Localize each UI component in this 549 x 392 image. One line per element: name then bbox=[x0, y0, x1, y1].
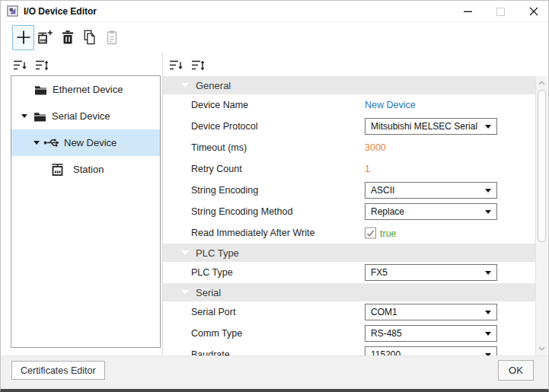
tree-item-serial-device[interactable]: Serial Device bbox=[11, 103, 160, 129]
property-label: Baudrate bbox=[191, 349, 230, 355]
maximize-icon bbox=[496, 8, 505, 16]
property-row: Timeout (ms) 3000 bbox=[163, 137, 536, 158]
collapse-all-button[interactable] bbox=[168, 59, 184, 72]
expand-all-icon bbox=[35, 59, 49, 72]
property-grid: General Device Name New Device Device Pr… bbox=[163, 76, 536, 355]
paste-icon bbox=[104, 30, 120, 45]
device-tree: Ethernet Device Serial Device bbox=[11, 75, 161, 348]
dropdown-value: 115200 bbox=[371, 349, 401, 355]
dropdown-value: COM1 bbox=[371, 307, 397, 317]
string-encoding-method-dropdown[interactable]: Replace bbox=[365, 203, 497, 220]
device-name-value[interactable]: New Device bbox=[365, 100, 416, 110]
collapse-all-button[interactable] bbox=[11, 59, 28, 72]
caret-down-icon[interactable] bbox=[21, 114, 27, 118]
dropdown-value: FX5 bbox=[371, 267, 388, 278]
scrollbar-thumb[interactable] bbox=[538, 90, 546, 242]
property-label: Serial Port bbox=[191, 307, 235, 317]
device-protocol-dropdown[interactable]: Mitsubishi MELSEC Serial bbox=[365, 118, 497, 135]
certificates-editor-button[interactable]: Certificates Editor bbox=[11, 361, 105, 380]
folder-icon bbox=[34, 111, 46, 122]
chevron-down-icon bbox=[485, 189, 491, 193]
tree-item-label: Ethernet Device bbox=[53, 84, 123, 95]
property-row: String Encoding Method Replace bbox=[163, 201, 536, 222]
main-toolbar bbox=[1, 22, 548, 53]
chevron-up-icon bbox=[538, 81, 545, 85]
window-title: I/O Device Editor bbox=[24, 6, 97, 17]
window-controls bbox=[447, 1, 545, 22]
tree-item-new-device[interactable]: New Device bbox=[11, 129, 160, 156]
read-immediately-checkbox[interactable] bbox=[365, 228, 376, 239]
retry-count-value[interactable]: 1 bbox=[365, 164, 370, 174]
main-area: Ethernet Device Serial Device bbox=[1, 53, 548, 355]
property-label: Timeout (ms) bbox=[191, 142, 247, 153]
property-label: Device Protocol bbox=[191, 121, 258, 132]
tree-item-label: Station bbox=[73, 164, 104, 175]
expand-all-button[interactable] bbox=[34, 59, 50, 72]
property-label: PLC Type bbox=[191, 267, 233, 278]
property-row: Serial Port COM1 bbox=[163, 301, 536, 323]
copy-device-button[interactable] bbox=[78, 25, 101, 50]
comm-type-dropdown[interactable]: RS-485 bbox=[365, 325, 497, 342]
add-device-button[interactable] bbox=[12, 25, 34, 50]
baudrate-dropdown[interactable]: 115200 bbox=[365, 346, 497, 355]
io-device-editor-window: I/O Device Editor bbox=[0, 0, 549, 392]
device-tree-panel: Ethernet Device Serial Device bbox=[1, 53, 163, 355]
section-title: General bbox=[196, 80, 231, 91]
caret-down-icon bbox=[181, 83, 189, 88]
app-icon bbox=[7, 5, 18, 17]
serial-port-dropdown[interactable]: COM1 bbox=[365, 304, 497, 320]
ok-button[interactable]: OK bbox=[498, 360, 534, 381]
property-label: String Encoding bbox=[191, 185, 258, 196]
copy-icon bbox=[82, 30, 97, 45]
footer-bar: Certificates Editor OK bbox=[1, 355, 548, 389]
minimize-button[interactable] bbox=[456, 1, 480, 22]
expand-all-button[interactable] bbox=[190, 59, 206, 72]
timeout-value[interactable]: 3000 bbox=[365, 142, 386, 153]
caret-down-icon bbox=[181, 290, 189, 295]
paste-device-button bbox=[101, 25, 123, 50]
property-row: Comm Type RS-485 bbox=[163, 323, 536, 344]
scroll-up-button[interactable] bbox=[536, 78, 547, 88]
section-header-general[interactable]: General bbox=[163, 76, 536, 94]
caret-down-icon[interactable] bbox=[34, 141, 40, 145]
property-label: Read Immediately After Write bbox=[191, 228, 314, 238]
minimize-icon bbox=[464, 11, 472, 13]
station-icon bbox=[50, 163, 65, 176]
tree-item-station[interactable]: Station bbox=[11, 156, 160, 183]
close-icon bbox=[529, 7, 538, 16]
string-encoding-dropdown[interactable]: ASCII bbox=[365, 182, 497, 199]
property-label: Comm Type bbox=[191, 328, 242, 339]
chevron-down-icon bbox=[538, 346, 545, 351]
vertical-scrollbar[interactable] bbox=[535, 76, 547, 355]
property-label: Device Name bbox=[191, 100, 248, 110]
scroll-down-button[interactable] bbox=[536, 343, 547, 354]
titlebar: I/O Device Editor bbox=[1, 1, 548, 22]
dropdown-value: Replace bbox=[371, 206, 404, 217]
add-station-button[interactable] bbox=[34, 25, 56, 50]
property-label: String Encoding Method bbox=[191, 206, 292, 217]
chevron-down-icon bbox=[485, 332, 491, 336]
trash-icon bbox=[60, 30, 75, 45]
folder-icon bbox=[34, 84, 47, 95]
property-row: Retry Count 1 bbox=[163, 158, 536, 180]
section-header-serial[interactable]: Serial bbox=[163, 283, 536, 301]
checkbox-value-label: true bbox=[380, 228, 397, 238]
close-button[interactable] bbox=[522, 1, 545, 22]
chevron-down-icon bbox=[485, 125, 491, 129]
property-row: Baudrate 115200 bbox=[163, 344, 536, 355]
props-panel-tools bbox=[168, 59, 206, 72]
plus-icon bbox=[15, 29, 32, 46]
property-row: Device Protocol Mitsubishi MELSEC Serial bbox=[163, 116, 536, 137]
tree-item-ethernet-device[interactable]: Ethernet Device bbox=[11, 76, 160, 103]
delete-device-button[interactable] bbox=[56, 25, 78, 50]
tree-item-label: New Device bbox=[64, 137, 117, 148]
checkmark-icon bbox=[366, 229, 375, 237]
property-row: Read Immediately After Write true bbox=[163, 222, 536, 244]
dropdown-value: ASCII bbox=[371, 185, 394, 196]
plc-type-dropdown[interactable]: FX5 bbox=[365, 264, 497, 281]
tree-item-label: Serial Device bbox=[52, 110, 110, 122]
caret-down-icon bbox=[181, 250, 189, 255]
chevron-down-icon bbox=[485, 210, 491, 214]
section-header-plc-type[interactable]: PLC Type bbox=[163, 244, 536, 262]
usb-icon bbox=[43, 138, 60, 148]
